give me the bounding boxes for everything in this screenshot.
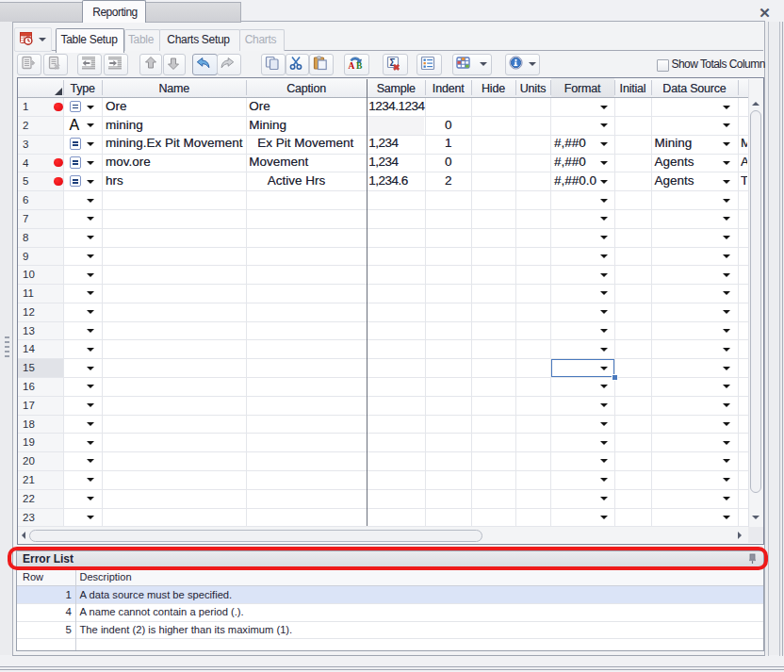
svg-text:B: B [356,61,363,71]
svg-text:A: A [348,61,354,71]
